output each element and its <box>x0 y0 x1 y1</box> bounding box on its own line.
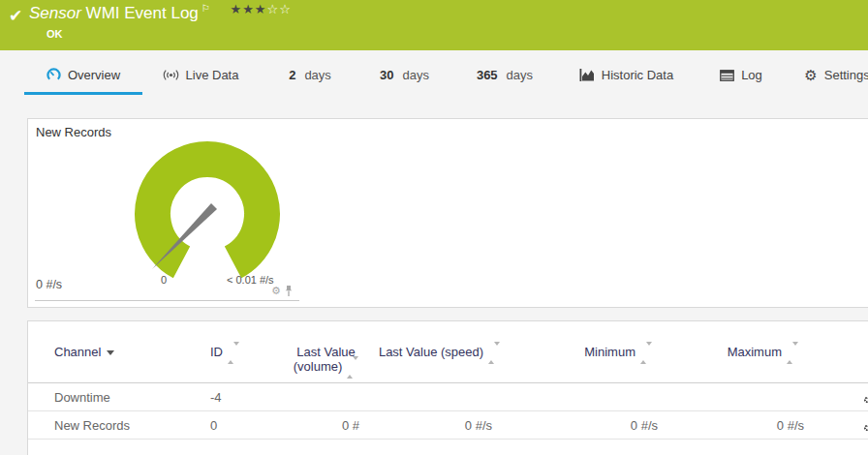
tab-live-data-label: Live Data <box>186 68 239 82</box>
gauge-icon <box>46 68 61 82</box>
channel-id: 0 <box>198 411 279 440</box>
col-header-id[interactable]: ID <box>198 321 279 383</box>
gauge-panel: New Records 0 < 0.01 #/s 0 #/s ⚙ <box>27 118 868 308</box>
col-header-last-value-speed-label: Last Value (speed) <box>379 345 483 359</box>
minimum-value: 0 #/s <box>506 411 671 440</box>
last-value-volume <box>279 383 373 411</box>
area-chart-icon <box>579 69 595 81</box>
tab-365-days-unit: days <box>507 68 533 82</box>
channel-name[interactable]: Downtime <box>28 383 198 411</box>
table-header-row: Channel ID Last Value (volume) Last Valu… <box>28 321 868 383</box>
gauge-scale-min: 0 <box>150 274 177 286</box>
stars-filled[interactable]: ★★★ <box>231 2 267 16</box>
tab-log-label: Log <box>741 68 762 82</box>
tab-overview[interactable]: Overview <box>24 58 142 95</box>
sensor-name: WMI Event Log <box>86 4 199 22</box>
sort-both-icon <box>488 346 500 360</box>
col-header-actions <box>818 321 868 383</box>
sort-desc-icon <box>107 350 114 355</box>
tab-30-days-number: 30 <box>380 68 393 82</box>
maximum-value: 0 #/s <box>671 411 818 440</box>
sensor-kind-label: Sensor <box>29 4 81 22</box>
last-value-volume: 0 # <box>279 411 373 440</box>
col-header-maximum-label: Maximum <box>728 345 782 359</box>
table-row-new-records: New Records 0 0 # 0 #/s 0 #/s 0 #/s <box>28 411 868 440</box>
minimum-value <box>506 383 671 411</box>
col-header-channel-label: Channel <box>54 345 101 359</box>
sensor-title: Sensor WMI Event Log⚐ ★★★☆☆ <box>29 4 292 23</box>
tab-historic-data[interactable]: Historic Data <box>576 58 676 95</box>
col-header-maximum[interactable]: Maximum <box>671 321 818 383</box>
tab-log[interactable]: Log <box>717 58 765 95</box>
channel-table-panel: Channel ID Last Value (volume) Last Valu… <box>27 320 868 455</box>
col-header-minimum-label: Minimum <box>584 345 636 359</box>
pin-icon[interactable] <box>284 285 294 297</box>
tab-2-days-number: 2 <box>289 68 295 82</box>
settings-gear-icon: ⚙ <box>804 68 817 82</box>
channel-name[interactable]: New Records <box>28 411 198 440</box>
col-header-last-value-speed[interactable]: Last Value (speed) <box>373 321 506 383</box>
tab-settings-label: Settings <box>824 68 868 82</box>
tab-live-data[interactable]: Live Data <box>155 58 246 95</box>
edit-channel-icon[interactable] <box>863 387 868 407</box>
tab-2-days-unit: days <box>304 68 330 82</box>
status-badge: OK <box>46 28 63 40</box>
tab-365-days[interactable]: 365 days <box>474 58 536 95</box>
tab-365-days-number: 365 <box>477 68 498 82</box>
tab-2-days[interactable]: 2 days <box>281 58 339 95</box>
tab-overview-label: Overview <box>68 68 120 82</box>
tab-settings[interactable]: ⚙ Settings <box>807 58 867 95</box>
log-list-icon <box>720 70 734 81</box>
col-header-id-label: ID <box>210 345 223 359</box>
table-row-downtime: Downtime -4 <box>28 383 868 411</box>
col-header-last-value-volume[interactable]: Last Value (volume) <box>279 321 373 383</box>
last-value-speed: 0 #/s <box>373 411 506 440</box>
edit-channel-icon[interactable] <box>863 415 868 435</box>
gauge-current-value: 0 #/s <box>36 278 62 291</box>
maximum-value <box>671 383 818 411</box>
col-header-channel[interactable]: Channel <box>28 321 198 383</box>
sensor-header: ✔ Sensor WMI Event Log⚐ ★★★☆☆ OK <box>0 0 868 50</box>
priority-stars[interactable]: ★★★☆☆ <box>231 2 292 16</box>
col-header-last-value-volume-label: Last Value (volume) <box>294 345 356 374</box>
widget-gear-icon[interactable]: ⚙ <box>271 286 281 296</box>
last-value-speed <box>373 383 506 411</box>
gauge-toolbar: ⚙ <box>271 285 294 297</box>
status-check-icon: ✔ <box>9 6 22 26</box>
sort-both-icon <box>787 346 798 360</box>
priority-flag-icon[interactable]: ⚐ <box>202 3 210 14</box>
gauge-scale-max: < 0.01 #/s <box>227 274 274 286</box>
live-broadcast-icon <box>163 69 179 81</box>
gauge-chart <box>28 119 338 298</box>
tab-bar: Overview Live Data 2 days 30 days 365 da… <box>0 50 868 95</box>
sort-both-icon <box>347 360 358 375</box>
channel-id: -4 <box>198 383 279 411</box>
tab-30-days-unit: days <box>403 68 429 82</box>
stars-empty[interactable]: ☆☆ <box>267 2 292 16</box>
col-header-minimum[interactable]: Minimum <box>506 321 671 383</box>
tab-historic-data-label: Historic Data <box>602 68 673 82</box>
sort-both-icon <box>640 346 652 360</box>
sort-both-icon <box>228 346 239 360</box>
gauge-baseline <box>35 300 299 301</box>
channel-table: Channel ID Last Value (volume) Last Valu… <box>28 321 868 440</box>
tab-30-days[interactable]: 30 days <box>377 58 432 95</box>
